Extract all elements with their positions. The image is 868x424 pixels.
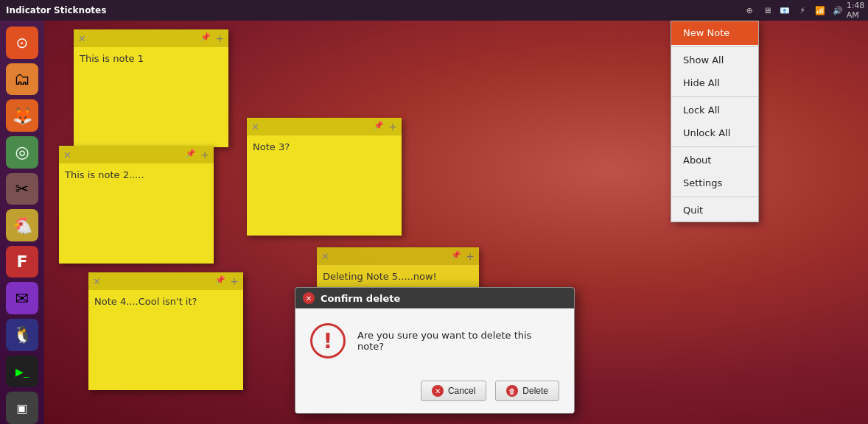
- delete-icon: 🗑: [506, 385, 518, 397]
- dialog-body: ! Are you sure you want to delete this n…: [295, 308, 574, 373]
- dialog-overlay: ✕ Confirm delete ! Are you sure you want…: [0, 0, 868, 424]
- dialog-buttons: ✕ Cancel 🗑 Delete: [295, 373, 574, 413]
- cancel-icon: ✕: [432, 385, 444, 397]
- dialog-title: Confirm delete: [321, 293, 400, 304]
- cancel-button[interactable]: ✕ Cancel: [421, 381, 486, 401]
- dialog-message: Are you sure you want to delete this not…: [357, 330, 559, 352]
- delete-button[interactable]: 🗑 Delete: [495, 381, 559, 401]
- confirm-delete-dialog: ✕ Confirm delete ! Are you sure you want…: [295, 287, 575, 414]
- dialog-close-button[interactable]: ✕: [303, 292, 315, 304]
- dialog-titlebar: ✕ Confirm delete: [295, 288, 574, 308]
- warning-icon: !: [310, 323, 346, 358]
